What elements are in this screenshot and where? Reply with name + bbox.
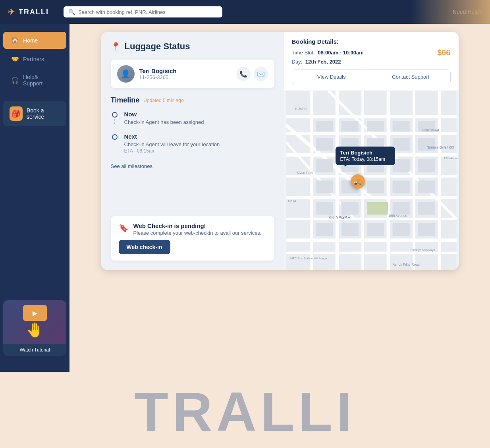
webcheckin-icon: 🔖 [119,223,129,233]
booking-day-label: Day: [292,59,303,65]
left-panel: 📍 Luggage Status 👤 Teri Bogisich 11-256-… [101,32,284,270]
svg-rect-42 [316,223,333,236]
agent-phone: 11-256-3265 [139,74,231,80]
top-navigation: ✈ TRALLI 🔍 Need Help? [0,0,490,24]
booking-details: Booking Details: Time Slot: 08:00am - 10… [284,32,459,91]
svg-text:16th Avenue: 16th Avenue [388,214,407,218]
svg-rect-44 [367,223,384,236]
booking-time-value: 08:00am - 10:00am [318,50,364,56]
svg-rect-21 [392,121,409,131]
timeline-dot-now [112,112,118,118]
right-panel: Booking Details: Time Slot: 08:00am - 10… [284,32,459,270]
map-svg: 103rd St 86th Street Sivan Park Nirmala … [284,91,459,270]
webcheckin-title: Web Check-in is pending! [133,222,262,229]
timeline-content-now: Now Check-in Agent has been assigned [124,111,204,125]
booking-time-row: Time Slot: 08:00am - 10:00am $66 [292,48,451,57]
contact-support-button[interactable]: Contact Support [371,70,450,84]
timeline-section: Timeline Updated 5 min ago [111,96,274,169]
svg-text:18th Avenue: 18th Avenue [444,156,458,160]
content-area: 📍 Luggage Status 👤 Teri Bogisich 11-256-… [69,24,490,372]
sidebar-item-label-home: Home [23,37,38,44]
svg-rect-18 [316,121,333,131]
svg-rect-19 [341,121,358,131]
booking-time-label: Time Slot: [292,50,315,56]
sidebar: 🏠 Home 🤝 Partners 🎧 Help& Support 🎒 Book… [0,24,69,372]
search-input[interactable] [78,9,218,15]
timeline-content-next: Next Check-in Agent will leave for your … [124,133,220,154]
svg-rect-31 [392,159,409,172]
booking-price: $66 [437,48,450,57]
svg-rect-41 [418,202,435,214]
watch-tutorial-label: Watch Tutorial [3,344,66,356]
svg-text:MTC Bus Station, KK Nagar: MTC Bus Station, KK Nagar [290,257,327,260]
svg-rect-46 [418,223,435,236]
svg-rect-45 [392,223,409,236]
svg-rect-47 [367,202,388,214]
need-help-link[interactable]: Need Help? [453,9,482,15]
webcheckin-desc: Please complete your web-checkin to avai… [133,230,262,236]
tutorial-hand-icon: 🤚 [26,322,44,338]
luggage-header: 📍 Luggage Status [111,41,274,52]
luggage-location-icon: 📍 [111,42,121,51]
agent-actions: 📞 ✉️ [236,67,268,81]
webcheckin-button[interactable]: Web check-in [119,240,170,254]
svg-rect-36 [392,181,409,193]
view-details-button[interactable]: View Details [292,70,372,84]
main-card: 📍 Luggage Status 👤 Teri Bogisich 11-256-… [101,32,459,270]
map-agent-tooltip: Teri Bogisich ETA: Today, 08:15am [336,147,395,165]
home-icon: 🏠 [11,37,19,44]
book-service-label: Book a service [27,107,60,120]
timeline-item-next: Next Check-in Agent will leave for your … [111,133,274,162]
search-icon: 🔍 [68,9,75,15]
timeline-step-desc-now: Check-in Agent has been assigned [124,119,204,125]
book-service-button[interactable]: 🎒 Book a service [3,101,66,126]
message-button[interactable]: ✉️ [254,67,268,81]
timeline-dot-next [112,134,118,140]
luggage-title: Luggage Status [125,41,190,52]
timeline-step-label-next: Next [124,133,220,140]
timeline-updated: Updated 5 min ago [143,98,183,103]
logo: ✈ TRALLI [8,7,64,17]
main-layout: 🏠 Home 🤝 Partners 🎧 Help& Support 🎒 Book… [0,24,490,372]
book-service-icon: 🎒 [10,106,23,121]
logo-icon: ✈ [8,7,15,17]
sidebar-item-label-help: Help& Support [23,74,58,87]
agent-card: 👤 Teri Bogisich 11-256-3265 📞 ✉️ [111,60,274,88]
sidebar-spacer [0,128,69,299]
timeline-step-desc-next: Check-in Agent will leave for your locat… [124,141,220,147]
svg-text:86th Street: 86th Street [422,128,439,132]
svg-text:Kendriya Vidyalaya: Kendriya Vidyalaya [409,248,435,252]
booking-day-row: Day: 12th Feb, 2022 [292,59,451,65]
svg-rect-35 [367,181,384,193]
svg-rect-23 [316,138,333,151]
map-area: 103rd St 86th Street Sivan Park Nirmala … [284,91,459,270]
booking-details-title: Booking Details: [292,38,451,45]
call-button[interactable]: 📞 [236,67,251,81]
brand-big-text: TRALLI [0,372,490,448]
timeline-step-label-now: Now [124,111,204,118]
timeline-items: Now Check-in Agent has been assigned [111,111,274,162]
watch-tutorial-card[interactable]: ▶ 🤚 Watch Tutorial [3,300,66,356]
sidebar-item-home[interactable]: 🏠 Home [3,32,66,49]
svg-rect-40 [392,202,409,214]
search-bar[interactable]: 🔍 [64,6,222,17]
svg-text:Nirmala Girls HSS: Nirmala Girls HSS [426,145,454,149]
svg-rect-37 [418,181,435,193]
svg-rect-39 [341,202,358,214]
svg-rect-33 [316,181,333,193]
svg-rect-20 [367,121,384,131]
timeline-line-now [114,119,115,125]
booking-day-value: 12th Feb, 2022 [305,59,341,65]
agent-info: Teri Bogisich 11-256-3265 [139,68,231,80]
see-milestones-link[interactable]: See all milestones [111,163,274,169]
timeline-dot-col-next [111,133,119,154]
sidebar-item-partners[interactable]: 🤝 Partners [3,50,66,68]
svg-text:Ashok Pillar Road: Ashok Pillar Road [392,263,419,266]
svg-text:103rd St: 103rd St [294,107,307,111]
timeline-step-eta-next: ETA - 08:15am [124,148,220,154]
timeline-dot-col-now [111,111,119,125]
sidebar-item-help[interactable]: 🎧 Help& Support [3,69,66,91]
help-icon: 🎧 [11,77,19,84]
sidebar-item-label-partners: Partners [23,56,44,62]
webcheckin-header: 🔖 Web Check-in is pending! Please comple… [119,222,266,236]
